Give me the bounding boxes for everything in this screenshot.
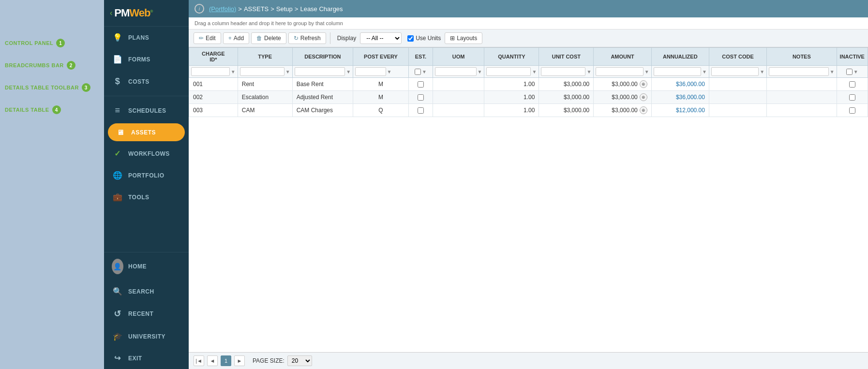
filter-quantity: ▼ [484, 66, 539, 78]
filter-funnel-cost-code[interactable]: ▼ [760, 69, 764, 74]
filter-input-uom[interactable] [435, 67, 477, 76]
table-cell [408, 91, 433, 104]
sidebar-item-label-assets: ASSETS [131, 129, 156, 136]
sidebar-item-plans[interactable]: 💡 PLANS [104, 27, 189, 48]
info-icon[interactable]: i [195, 4, 204, 14]
table-cell: $36,000.00 [651, 78, 709, 91]
refresh-button[interactable]: ↻ Refresh [288, 32, 326, 44]
sidebar-item-university[interactable]: 🎓 UNIVERSITY [104, 325, 189, 347]
filter-input-quantity[interactable] [486, 67, 531, 76]
amount-expand-btn[interactable]: ⊕ [640, 93, 647, 101]
col-header-unit-cost: UNIT COST [539, 48, 594, 66]
filter-input-description[interactable] [295, 67, 345, 76]
col-header-cost-code: COST CODE [709, 48, 766, 66]
table-cell: $3,000.00 [539, 104, 594, 117]
sidebar-item-schedules[interactable]: ≡ SCHEDULES [104, 99, 189, 122]
sidebar-item-home[interactable]: 👤 HOME [104, 252, 189, 280]
use-units-label[interactable]: Use Units [407, 35, 441, 42]
table-cell: $3,000.00⊕ [594, 78, 651, 91]
sidebar-item-search[interactable]: 🔍 SEARCH [104, 280, 189, 302]
col-header-notes: NOTES [767, 48, 837, 66]
sidebar-item-assets[interactable]: 🖥 ASSETS [108, 123, 185, 141]
sidebar-item-forms[interactable]: 📄 FORMS [104, 48, 189, 70]
row-checkbox[interactable] [418, 107, 424, 114]
table-cell [767, 78, 837, 91]
col-header-uom: UOM [433, 48, 484, 66]
edit-label: Edit [206, 35, 216, 42]
sidebar-item-label-home: HOME [128, 263, 147, 270]
sidebar-item-costs[interactable]: $ COSTS [104, 70, 189, 93]
filter-checkbox-inactive[interactable] [846, 69, 853, 75]
sidebar-item-tools[interactable]: 💼 TOOLS [104, 186, 189, 208]
filter-input-amount[interactable] [596, 67, 644, 76]
filter-description: ▼ [292, 66, 353, 78]
pagination-next[interactable]: ► [234, 355, 245, 366]
sidebar-item-exit[interactable]: ↪ EXIT [104, 347, 189, 369]
details-table-toolbar: ✏ Edit + Add 🗑 Delete ↻ Refresh Display … [189, 30, 868, 47]
filter-funnel-description[interactable]: ▼ [346, 69, 351, 74]
table-cell: CAM [238, 104, 292, 117]
table-cell: 002 [189, 91, 238, 104]
page-size-label: PAGE SIZE: [253, 357, 284, 364]
filter-funnel-annualized[interactable]: ▼ [702, 69, 707, 74]
sidebar-item-label-forms: FORMS [128, 56, 150, 63]
workflows-icon: ✓ [112, 149, 123, 158]
filter-funnel-unit-cost[interactable]: ▼ [586, 69, 591, 74]
sidebar-item-recent[interactable]: ↺ RECENT [104, 302, 189, 325]
row-checkbox[interactable] [849, 81, 855, 88]
add-button[interactable]: + Add [223, 32, 249, 44]
annotation-details-table: DETAILS TABLE 4 [5, 105, 99, 114]
row-checkbox[interactable] [418, 81, 424, 88]
delete-button[interactable]: 🗑 Delete [251, 32, 286, 44]
row-checkbox[interactable] [418, 94, 424, 101]
annotation-badge-3: 3 [82, 83, 90, 92]
layouts-button[interactable]: ⊞ Layouts [445, 32, 482, 44]
row-checkbox[interactable] [849, 107, 855, 114]
sidebar-item-workflows[interactable]: ✓ WORKFLOWS [104, 143, 189, 164]
breadcrumb-sep-1: > [238, 5, 242, 13]
filter-est: ▼ [408, 66, 433, 78]
filter-funnel-charge-id[interactable]: ▼ [231, 69, 236, 74]
use-units-checkbox[interactable] [407, 35, 414, 42]
filter-input-annualized[interactable] [654, 67, 701, 76]
filter-input-charge-id[interactable] [191, 67, 230, 76]
table-filter-row: ▼ ▼ ▼ [189, 66, 868, 78]
table-cell: Escalation [238, 91, 292, 104]
university-icon: 🎓 [112, 332, 123, 341]
page-size-select[interactable]: 20 50 100 [287, 355, 312, 366]
edit-button[interactable]: ✏ Edit [194, 32, 221, 44]
sidebar-item-label-costs: COSTS [128, 78, 150, 85]
filter-funnel-quantity[interactable]: ▼ [532, 69, 537, 74]
sidebar-nav: 💡 PLANS 📄 FORMS $ COSTS ≡ SCHEDULES 🖥 AS… [104, 27, 189, 252]
filter-input-unit-cost[interactable] [541, 67, 585, 76]
pagination-page-1[interactable]: 1 [221, 355, 231, 366]
pagination-first[interactable]: |◄ [194, 355, 204, 366]
table-cell [408, 78, 433, 91]
filter-funnel-notes[interactable]: ▼ [830, 69, 835, 74]
filter-input-type[interactable] [240, 67, 284, 76]
filter-funnel-post-every[interactable]: ▼ [387, 69, 392, 74]
annotation-badge-4: 4 [52, 105, 61, 114]
filter-funnel-type[interactable]: ▼ [285, 69, 290, 74]
sidebar-item-portfolio[interactable]: 🌐 PORTFOLIO [104, 164, 189, 186]
breadcrumb-portfolio[interactable]: (Portfolio) [209, 5, 236, 13]
filter-funnel-uom[interactable]: ▼ [478, 69, 482, 74]
filter-input-post-every[interactable] [355, 67, 386, 76]
filter-funnel-amount[interactable]: ▼ [644, 69, 649, 74]
sidebar-bottom: 👤 HOME 🔍 SEARCH ↺ RECENT 🎓 UNIVERSITY ↪ … [104, 252, 189, 369]
row-checkbox[interactable] [849, 94, 855, 101]
filter-post-every: ▼ [353, 66, 409, 78]
display-select[interactable]: -- All -- [360, 32, 402, 44]
amount-expand-btn[interactable]: ⊕ [640, 106, 647, 114]
filter-funnel-inactive[interactable]: ▼ [853, 69, 858, 74]
table-cell: $3,000.00 [539, 78, 594, 91]
pagination-prev[interactable]: ◄ [207, 355, 218, 366]
filter-inactive: ▼ [837, 66, 868, 78]
amount-expand-btn[interactable]: ⊕ [640, 80, 647, 88]
filter-input-notes[interactable] [769, 67, 828, 76]
filter-funnel-est[interactable]: ▼ [422, 69, 427, 74]
filter-input-cost-code[interactable] [711, 67, 759, 76]
search-icon: 🔍 [112, 287, 123, 296]
col-header-post-every: POST EVERY [353, 48, 409, 66]
filter-checkbox-est[interactable] [415, 69, 421, 75]
